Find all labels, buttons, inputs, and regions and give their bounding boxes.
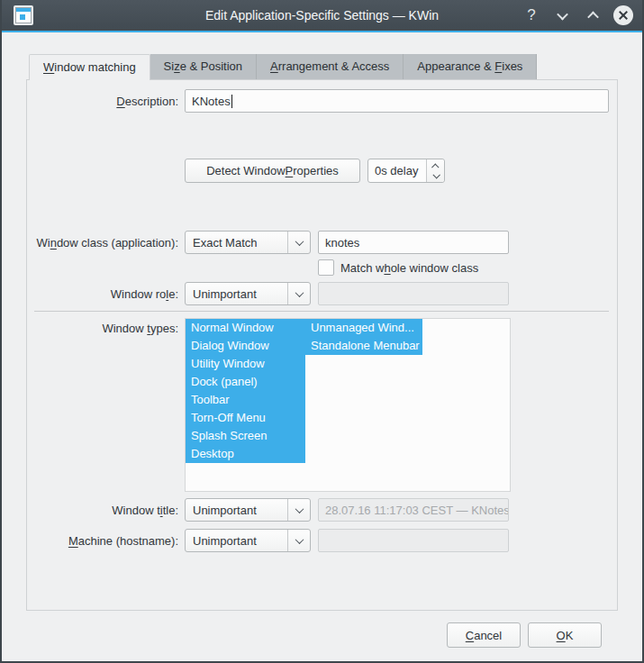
machine-input [318,529,509,552]
window-class-label: Window class (application): [34,236,178,250]
text-caret [231,95,232,108]
chevron-down-icon [557,8,568,20]
help-icon: ? [527,6,535,24]
window-type-option[interactable]: Normal Window [186,319,305,337]
tab-size-position[interactable]: Size & Position [150,54,257,79]
maximize-button[interactable] [583,5,603,25]
chevron-up-icon [587,11,599,23]
window-type-option[interactable]: Dialog Window [186,337,305,355]
window-types-label: Window types: [34,322,178,335]
window-role-label: Window role: [34,287,178,301]
tab-arrangement-access[interactable]: Arrangement & Access [257,54,404,79]
machine-row: Machine (hostname): Unimportant [34,529,609,552]
match-whole-label[interactable]: Match whole window class [340,261,478,275]
window-type-option[interactable]: Standalone Menubar [305,337,422,355]
window-role-row: Window role: Unimportant [34,282,609,305]
section-separator [34,311,609,312]
tab-appearance-fixes[interactable]: Appearance & Fixes [404,54,537,79]
window-types-row: Window types: Normal WindowDialog Window… [34,318,609,492]
ok-button[interactable]: OK [528,622,602,648]
window-role-input [318,282,509,305]
description-input[interactable]: KNotes [185,89,609,113]
window-type-option[interactable]: Splash Screen [186,427,305,445]
spin-up-icon[interactable] [431,163,439,170]
tab-window-matching[interactable]: Window matching [29,54,150,80]
window-role-match-combobox[interactable]: Unimportant [185,282,311,305]
window-type-option[interactable]: Dock (panel) [186,373,305,391]
tab-bar: Window matching Size & Position Arrangem… [29,54,618,79]
window-type-option[interactable]: Desktop [186,445,305,463]
spin-down-icon[interactable] [432,171,440,178]
match-whole-checkbox[interactable] [318,259,334,276]
detect-window-properties-button[interactable]: Detect Window Properties [185,159,360,183]
machine-label: Machine (hostname): [34,534,178,548]
dialog-footer: Cancel OK [26,611,618,648]
window-title-input: 28.07.16 11:17:03 CEST — KNotes [318,498,509,522]
description-row: Description: KNotes [34,89,609,113]
match-whole-row: Match whole window class [34,259,609,276]
window-type-option[interactable]: Torn-Off Menu [186,409,305,427]
window-matching-pane: Description: KNotes Detect Window Proper… [26,79,618,611]
window-class-row: Window class (application): Exact Match … [34,231,609,254]
detect-row: Detect Window Properties 0s delay [34,159,609,183]
window-type-option[interactable]: Unmanaged Wind... [305,319,422,337]
window-title-label: Window title: [34,504,178,517]
window-types-list[interactable]: Normal WindowDialog WindowUtility Window… [185,318,511,492]
window-class-match-combobox[interactable]: Exact Match [185,231,311,254]
window-types-right-column: Unmanaged Wind...Standalone Menubar [305,319,422,355]
combobox-chevron-icon [295,288,304,297]
dialog-window: Edit Application-Specific Settings — KWi… [0,0,644,663]
window-type-option[interactable]: Toolbar [186,391,305,409]
window-class-input[interactable]: knotes [318,231,509,254]
close-button[interactable] [613,5,633,25]
window-title-row: Window title: Unimportant 28.07.16 11:17… [34,498,609,522]
minimize-button[interactable] [552,5,572,25]
window-type-option[interactable]: Utility Window [186,355,305,373]
detect-delay-spinner[interactable]: 0s delay [367,159,445,183]
close-icon [619,11,628,20]
cancel-button[interactable]: Cancel [447,622,521,648]
help-button[interactable]: ? [522,5,541,25]
kwin-app-icon [14,5,33,25]
titlebar[interactable]: Edit Application-Specific Settings — KWi… [2,0,642,31]
combobox-chevron-icon [295,535,304,544]
window-title-match-combobox[interactable]: Unimportant [185,498,311,522]
window-types-left-column: Normal WindowDialog WindowUtility Window… [186,319,305,463]
description-label: Description: [34,95,178,108]
combobox-chevron-icon [295,237,304,246]
combobox-chevron-icon [295,504,304,513]
machine-match-combobox[interactable]: Unimportant [185,529,311,552]
